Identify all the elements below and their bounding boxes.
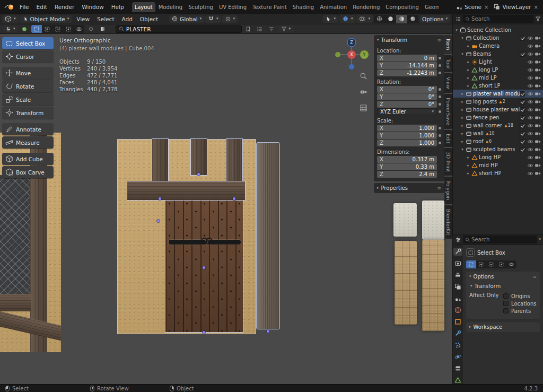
number-field[interactable]: Z 0° [377,101,437,108]
keyframe-dot[interactable] [439,142,441,144]
camera-view-icon[interactable] [360,88,367,96]
render-camera-icon[interactable] [534,43,541,49]
keyframe-dot[interactable] [439,88,441,91]
sidebar-tab-powersave[interactable]: PowerSave [444,94,452,129]
tool-select-box[interactable]: Select Box [2,37,54,49]
sidebar-tab-blenderkit[interactable]: BlenderKit [444,205,452,239]
sidebar-tab-polygon[interactable]: Polygon [444,177,452,204]
outliner-row[interactable]: ▸ long LP [453,66,543,74]
workspace-tab-animation[interactable]: Animation [317,2,349,12]
world-properties-tab[interactable] [453,306,462,314]
zoom-icon[interactable] [360,72,367,80]
stone-wall-piece[interactable] [422,240,444,331]
expand-arrow-icon[interactable]: ▸ [466,44,471,48]
matcap-sphere-button[interactable] [20,25,30,33]
viewport-menu-view[interactable]: View [73,14,93,24]
workspace-tab-shading[interactable]: Shading [290,2,317,12]
workspace-tab-rendering[interactable]: Rendering [350,2,382,12]
collection-checkbox[interactable] [520,51,525,57]
stone-wall-piece[interactable] [395,241,417,325]
view-layer-properties-tab[interactable] [453,283,462,291]
eye-icon[interactable] [527,146,534,153]
tool-measure[interactable]: Measure [2,136,54,149]
output-properties-tab[interactable] [453,271,462,279]
panel-grip-icon[interactable]: ≡ [437,186,441,191]
expand-arrow-icon[interactable]: ▸ [460,92,465,96]
eye-icon[interactable] [527,43,534,49]
expand-arrow-icon[interactable]: ▸ [460,140,465,144]
axis-z-ball[interactable]: Z [347,38,356,47]
workspace-tab-sculpting[interactable]: Sculpting [186,2,216,12]
expand-arrow-icon[interactable]: ▸ [466,60,471,64]
workspace-tab-geometry-nodes[interactable]: Geometry Nodes [422,2,439,12]
keyframe-dot[interactable] [439,103,441,106]
number-field[interactable]: X 0 m [377,55,437,62]
viewport-3d[interactable]: Select Box Cursor Move Rotate Scale Tran… [0,34,452,384]
render-camera-icon[interactable] [534,59,541,65]
plaster-piece[interactable] [393,203,417,237]
outliner-row[interactable]: ▾ sculpted beams [453,145,543,153]
scene-properties-tab[interactable] [453,294,462,302]
collection-checkbox[interactable] [520,139,525,144]
keyframe-dot[interactable] [439,72,441,74]
outliner-row[interactable]: ▸ mid LP [453,74,543,82]
eye-icon[interactable] [527,115,534,121]
panel-grip-icon[interactable]: ≡ [532,274,537,280]
number-field[interactable]: Y 0.33 m [377,163,437,170]
options-panel-header[interactable]: ▾ Options ≡ [466,272,540,282]
outliner-row[interactable]: ▸ plaster wall modules [453,90,543,98]
menu-render[interactable]: Render [51,2,78,12]
checkbox[interactable] [503,293,509,299]
outliner-row[interactable]: ▾ Beams [453,50,543,58]
proportional-editing-toggle[interactable]: ▾ [222,15,238,23]
eye-icon[interactable] [527,123,534,129]
outliner-row[interactable]: ▸ short LP [453,82,543,90]
keyframe-dot[interactable] [439,57,441,59]
render-properties-tab[interactable] [453,259,462,267]
eye-icon[interactable] [527,99,534,105]
render-camera-icon[interactable] [534,83,541,89]
expand-arrow-icon[interactable]: ▸ [466,76,471,80]
collection-checkbox[interactable] [520,91,525,97]
list-view-icon[interactable] [255,25,265,33]
active-tool-row[interactable]: Select Box [466,248,540,257]
collection-checkbox[interactable] [520,107,525,112]
number-field[interactable]: Z 2.4 m [377,171,437,178]
render-camera-icon[interactable] [534,75,541,81]
workspace-tab-uv-editing[interactable]: UV Editing [216,2,249,12]
snap-small-icon[interactable] [86,25,96,33]
object-data-properties-tab[interactable] [453,376,462,384]
expand-arrow-icon[interactable]: ▾ [454,28,459,32]
blender-logo-icon[interactable] [4,3,15,11]
modifiers-properties-tab[interactable] [453,329,462,337]
keyframe-dot[interactable] [439,95,441,98]
select-mode-new-button[interactable] [31,25,42,33]
menu-window[interactable]: Window [78,2,107,12]
render-camera-icon[interactable] [534,99,541,105]
render-camera-icon[interactable] [534,170,541,177]
rotation-mode-dropdown[interactable]: XYZ Euler ▾ [377,108,437,115]
eye-icon[interactable] [527,154,534,161]
expand-arrow-icon[interactable]: ▸ [466,163,471,168]
menu-edit[interactable]: Edit [33,2,51,12]
shading-rendered-button[interactable] [407,15,418,23]
chevron-down-icon[interactable]: ▾ [539,238,541,241]
render-camera-icon[interactable] [534,146,541,153]
outliner-row[interactable]: ▸ fence pen [453,114,543,121]
render-camera-icon[interactable] [534,107,541,113]
eye-icon[interactable] [527,67,534,73]
number-field[interactable]: Y 0° [377,93,437,100]
snap-toggle[interactable]: ▾ [205,15,221,23]
bookmark-icon[interactable] [243,25,253,33]
outliner-row[interactable]: ▸ house plaster walls [453,106,543,114]
render-camera-icon[interactable] [534,138,541,145]
render-camera-icon[interactable] [534,67,541,73]
keyframe-dot[interactable] [439,134,441,137]
outliner-filter-icon[interactable] [535,16,541,22]
affect-only-origins[interactable]: Origins [503,292,537,300]
physics-properties-tab[interactable] [453,353,462,361]
tool-cursor[interactable]: Cursor [2,50,54,63]
workspace-panel-header[interactable]: ▸ Workspace [466,322,540,332]
collection-checkbox[interactable] [520,131,525,136]
outliner-row[interactable]: ▾ Collection [453,34,543,42]
